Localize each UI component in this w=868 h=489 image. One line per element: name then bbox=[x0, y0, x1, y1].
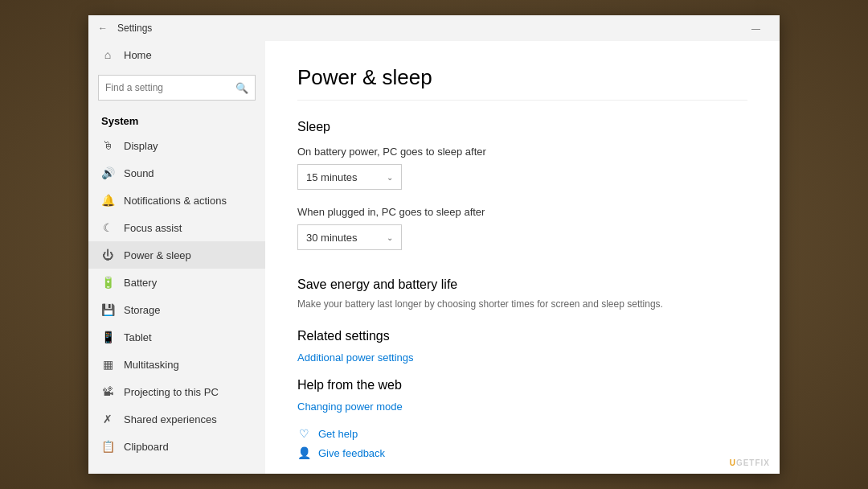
help-from-web-title: Help from the web bbox=[297, 378, 747, 392]
settings-window: ← Settings — ⌂ Home 🔍 System 🖰 bbox=[88, 15, 780, 474]
get-help-icon: ♡ bbox=[297, 427, 310, 440]
display-icon: 🖰 bbox=[101, 139, 114, 152]
search-container: 🔍 bbox=[88, 68, 265, 107]
battery-sleep-label: On battery power, PC goes to sleep after bbox=[297, 146, 747, 158]
get-help-label: Get help bbox=[318, 428, 358, 440]
sleep-section-title: Sleep bbox=[297, 120, 747, 134]
sidebar-item-display[interactable]: 🖰 Display bbox=[88, 132, 265, 159]
back-button[interactable]: ← bbox=[98, 23, 108, 34]
storage-icon: 💾 bbox=[101, 303, 114, 316]
badge-text: GETFIX bbox=[736, 458, 770, 467]
save-energy-description: Make your battery last longer by choosin… bbox=[297, 298, 747, 310]
display-label: Display bbox=[124, 140, 158, 152]
save-energy-title: Save energy and battery life bbox=[297, 277, 747, 292]
sidebar-item-multitasking[interactable]: ▦ Multitasking bbox=[88, 351, 265, 378]
power-icon: ⏻ bbox=[101, 249, 114, 261]
clipboard-label: Clipboard bbox=[124, 441, 169, 453]
clipboard-icon: 📋 bbox=[101, 440, 114, 453]
shared-label: Shared experiences bbox=[124, 413, 217, 425]
battery-label: Battery bbox=[124, 277, 157, 289]
titlebar: ← Settings — bbox=[88, 15, 780, 41]
home-label: Home bbox=[124, 49, 152, 61]
home-icon: ⌂ bbox=[101, 48, 114, 61]
page-title: Power & sleep bbox=[297, 65, 747, 101]
get-help-item[interactable]: ♡ Get help bbox=[297, 427, 747, 440]
sidebar-item-focus[interactable]: ☾ Focus assist bbox=[88, 214, 265, 241]
sidebar-item-tablet[interactable]: 📱 Tablet bbox=[88, 323, 265, 351]
sidebar-item-clipboard[interactable]: 📋 Clipboard bbox=[88, 433, 265, 460]
shared-icon: ✗ bbox=[101, 413, 114, 425]
related-settings-title: Related settings bbox=[297, 329, 747, 343]
window-title: Settings bbox=[117, 23, 742, 34]
tablet-icon: 📱 bbox=[101, 331, 114, 343]
multitasking-icon: ▦ bbox=[101, 358, 114, 371]
sidebar-item-battery[interactable]: 🔋 Battery bbox=[88, 269, 265, 296]
main-content: Power & sleep Sleep On battery power, PC… bbox=[265, 41, 780, 474]
sidebar-item-home[interactable]: ⌂ Home bbox=[88, 41, 265, 68]
plugged-sleep-value: 30 minutes bbox=[306, 232, 358, 244]
sidebar-item-projecting[interactable]: 📽 Projecting to this PC bbox=[88, 378, 265, 405]
focus-icon: ☾ bbox=[101, 221, 114, 234]
search-input[interactable] bbox=[105, 82, 235, 93]
ugetfix-badge: UGETFIX bbox=[730, 458, 770, 467]
minimize-button[interactable]: — bbox=[742, 20, 770, 36]
projecting-label: Projecting to this PC bbox=[124, 386, 219, 398]
give-feedback-icon: 👤 bbox=[297, 446, 310, 459]
notifications-icon: 🔔 bbox=[101, 194, 114, 207]
plugged-sleep-arrow: ⌄ bbox=[387, 233, 393, 242]
battery-sleep-dropdown[interactable]: 15 minutes ⌄ bbox=[297, 164, 402, 190]
sidebar: ⌂ Home 🔍 System 🖰 Display 🔊 Sound bbox=[88, 41, 265, 474]
additional-power-settings-link[interactable]: Additional power settings bbox=[297, 351, 747, 364]
sidebar-item-storage[interactable]: 💾 Storage bbox=[88, 296, 265, 323]
plugged-sleep-label: When plugged in, PC goes to sleep after bbox=[297, 206, 747, 218]
battery-sleep-value: 15 minutes bbox=[306, 171, 358, 183]
multitasking-label: Multitasking bbox=[124, 359, 179, 371]
sidebar-item-power[interactable]: ⏻ Power & sleep bbox=[88, 241, 265, 269]
changing-power-mode-link[interactable]: Changing power mode bbox=[297, 401, 747, 413]
sound-label: Sound bbox=[124, 167, 154, 179]
sound-icon: 🔊 bbox=[101, 166, 114, 179]
search-box[interactable]: 🔍 bbox=[98, 75, 256, 101]
sidebar-item-notifications[interactable]: 🔔 Notifications & actions bbox=[88, 187, 265, 214]
power-label: Power & sleep bbox=[124, 249, 191, 261]
sidebar-item-sound[interactable]: 🔊 Sound bbox=[88, 159, 265, 187]
storage-label: Storage bbox=[124, 304, 161, 316]
sidebar-item-shared[interactable]: ✗ Shared experiences bbox=[88, 405, 265, 433]
focus-label: Focus assist bbox=[124, 222, 182, 234]
give-feedback-item[interactable]: 👤 Give feedback bbox=[297, 446, 747, 459]
battery-sleep-arrow: ⌄ bbox=[387, 173, 393, 182]
content-area: ⌂ Home 🔍 System 🖰 Display 🔊 Sound bbox=[88, 41, 780, 474]
battery-icon: 🔋 bbox=[101, 276, 114, 289]
search-icon: 🔍 bbox=[235, 82, 248, 94]
give-feedback-label: Give feedback bbox=[318, 447, 385, 459]
badge-u: U bbox=[730, 458, 736, 467]
tablet-label: Tablet bbox=[124, 331, 152, 343]
system-label: System bbox=[88, 110, 265, 132]
projecting-icon: 📽 bbox=[101, 385, 114, 398]
notifications-label: Notifications & actions bbox=[124, 195, 227, 207]
help-actions: ♡ Get help 👤 Give feedback bbox=[297, 427, 747, 459]
plugged-sleep-dropdown[interactable]: 30 minutes ⌄ bbox=[297, 224, 402, 250]
